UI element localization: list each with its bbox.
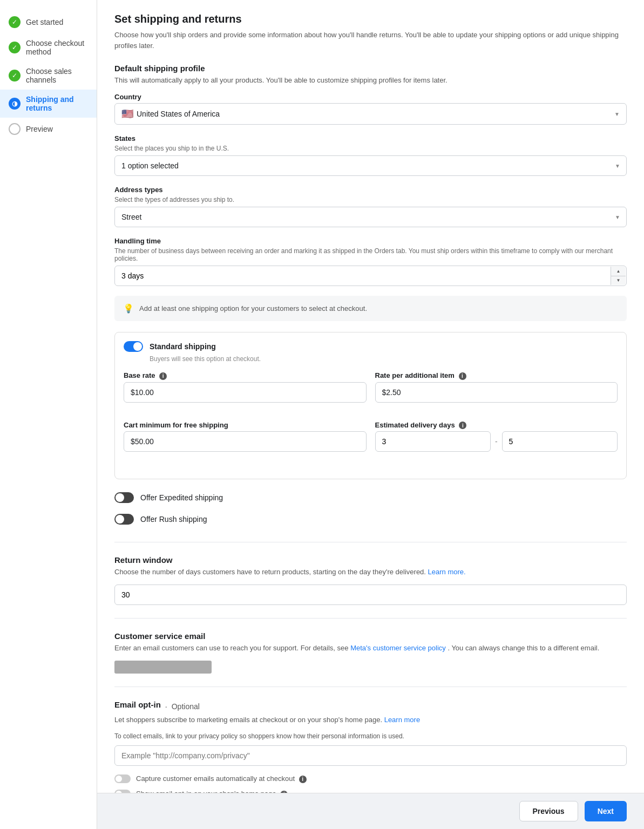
estimated-delivery-group: Estimated delivery days i -: [375, 421, 618, 452]
capture-emails-toggle[interactable]: [114, 774, 131, 783]
states-sublabel: Select the places you ship to in the U.S…: [114, 145, 627, 152]
return-window-input[interactable]: [114, 585, 627, 605]
delivery-separator: -: [495, 437, 498, 446]
return-window-learn-more[interactable]: Learn more.: [428, 568, 466, 576]
shipping-hint-box: 💡 Add at least one shipping option for y…: [114, 296, 627, 321]
privacy-note: To collect emails, link to your privacy …: [114, 732, 627, 740]
handling-time-sublabel: The number of business days between rece…: [114, 247, 627, 262]
handling-time-group: Handling time The number of business day…: [114, 237, 627, 286]
capture-emails-label: Capture customer emails automatically at…: [136, 774, 307, 783]
country-label: Country: [114, 93, 627, 101]
sidebar-item-label: Shipping and returns: [26, 95, 88, 112]
divider-3: [114, 687, 627, 687]
standard-shipping-card: Standard shipping Buyers will see this o…: [114, 332, 627, 479]
handling-time-spinner: ▲ ▼: [611, 267, 626, 285]
sidebar-item-choose-checkout-method[interactable]: ✓ Choose checkout method: [0, 33, 97, 62]
cart-min-label: Cart minimum for free shipping: [124, 421, 367, 429]
handling-time-down[interactable]: ▼: [611, 276, 626, 286]
sidebar: ✓ Get started ✓ Choose checkout method ✓…: [0, 0, 97, 829]
sidebar-item-label: Get started: [26, 18, 63, 26]
next-button[interactable]: Next: [585, 801, 627, 821]
estimated-delivery-label: Estimated delivery days i: [375, 421, 618, 430]
address-types-group: Address types Select the types of addres…: [114, 186, 627, 227]
expedited-shipping-toggle[interactable]: [114, 492, 134, 503]
rate-per-additional-input[interactable]: [375, 382, 618, 403]
return-window-desc: Choose the number of days customers have…: [114, 568, 627, 576]
shipping-hint-text: Add at least one shipping option for you…: [139, 304, 367, 312]
customer-service-email-desc: Enter an email customers can use to reac…: [114, 644, 627, 652]
handling-time-up[interactable]: ▲: [611, 267, 626, 276]
main-content: Set shipping and returns Choose how you'…: [97, 0, 644, 829]
address-types-label: Address types: [114, 186, 627, 194]
return-window-title: Return window: [114, 555, 627, 565]
previous-button[interactable]: Previous: [519, 801, 578, 821]
address-types-sublabel: Select the types of addresses you ship t…: [114, 196, 627, 203]
rate-per-additional-info-icon[interactable]: i: [459, 372, 466, 380]
rush-shipping-toggle[interactable]: [114, 514, 134, 525]
sidebar-item-label: Preview: [26, 125, 53, 133]
step-icon-preview: [9, 123, 21, 135]
default-profile-title: Default shipping profile: [114, 64, 627, 73]
states-select[interactable]: 1 option selected: [114, 155, 627, 176]
default-profile-desc: This will automatically apply to all you…: [114, 76, 627, 84]
email-optin-group: Email opt-in · Optional Let shoppers sub…: [114, 700, 627, 798]
address-types-select[interactable]: Street: [114, 207, 627, 227]
rate-per-additional-label: Rate per additional item i: [375, 371, 618, 380]
footer-nav: Previous Next: [97, 793, 644, 829]
country-group: Country 🇺🇸 United States of America: [114, 93, 627, 125]
sidebar-item-preview[interactable]: Preview: [0, 118, 97, 140]
delivery-max-input[interactable]: [502, 431, 618, 452]
page-title: Set shipping and returns: [114, 13, 627, 25]
states-select-wrapper: 1 option selected: [114, 155, 627, 176]
country-flag: 🇺🇸: [121, 108, 133, 120]
handling-time-label: Handling time: [114, 237, 627, 245]
base-rate-group: Base rate i: [124, 371, 367, 403]
address-types-select-wrapper: Street: [114, 207, 627, 227]
delivery-range: -: [375, 431, 618, 452]
sidebar-item-shipping-returns[interactable]: ◑ Shipping and returns: [0, 90, 97, 118]
privacy-url-input[interactable]: [114, 745, 627, 766]
divider-2: [114, 618, 627, 619]
handling-time-input-wrapper: ▲ ▼: [114, 266, 627, 286]
step-icon-get-started: ✓: [9, 16, 21, 28]
capture-emails-row: Capture customer emails automatically at…: [114, 774, 627, 783]
sidebar-item-get-started[interactable]: ✓ Get started: [0, 11, 97, 33]
customer-service-email-group: Customer service email Enter an email cu…: [114, 631, 627, 674]
step-icon-shipping: ◑: [9, 98, 21, 110]
cart-min-input[interactable]: [124, 431, 367, 452]
email-optin-title: Email opt-in: [114, 700, 161, 709]
estimated-delivery-info-icon[interactable]: i: [459, 422, 466, 429]
base-rate-input[interactable]: [124, 382, 367, 403]
sidebar-item-label: Choose sales channels: [26, 67, 88, 84]
standard-shipping-label: Standard shipping: [150, 342, 216, 351]
step-icon-sales: ✓: [9, 70, 21, 81]
expedited-shipping-row: Offer Expedited shipping: [114, 488, 627, 507]
bulb-icon: 💡: [123, 303, 134, 314]
country-value: United States of America: [137, 110, 220, 118]
meta-policy-link[interactable]: Meta's customer service policy: [350, 644, 446, 652]
rush-shipping-row: Offer Rush shipping: [114, 509, 627, 529]
standard-shipping-toggle-row: Standard shipping: [124, 341, 618, 352]
states-label: States: [114, 134, 627, 142]
customer-service-email-title: Customer service email: [114, 631, 627, 641]
step-icon-checkout: ✓: [9, 42, 21, 53]
base-rate-label: Base rate i: [124, 371, 367, 380]
sidebar-item-choose-sales-channels[interactable]: ✓ Choose sales channels: [0, 62, 97, 90]
page-subtitle: Choose how you'll ship orders and provid…: [114, 30, 627, 51]
optional-label: ·: [165, 702, 167, 711]
states-group: States Select the places you ship to in …: [114, 134, 627, 176]
optional-text: Optional: [172, 702, 200, 711]
country-select[interactable]: 🇺🇸 United States of America: [114, 103, 627, 125]
base-rate-info-icon[interactable]: i: [159, 372, 167, 380]
return-window-group: Return window Choose the number of days …: [114, 555, 627, 605]
capture-emails-info-icon[interactable]: i: [299, 776, 307, 783]
sidebar-item-label: Choose checkout method: [26, 39, 88, 56]
cart-min-group: Cart minimum for free shipping: [124, 421, 367, 452]
email-redacted-value: [114, 661, 212, 674]
delivery-min-input[interactable]: [375, 431, 491, 452]
standard-shipping-toggle[interactable]: [124, 341, 143, 352]
email-optin-learn-more[interactable]: Learn more: [384, 716, 420, 724]
rate-per-additional-group: Rate per additional item i: [375, 371, 618, 403]
rush-shipping-label: Offer Rush shipping: [140, 515, 207, 524]
handling-time-input[interactable]: [114, 266, 627, 286]
